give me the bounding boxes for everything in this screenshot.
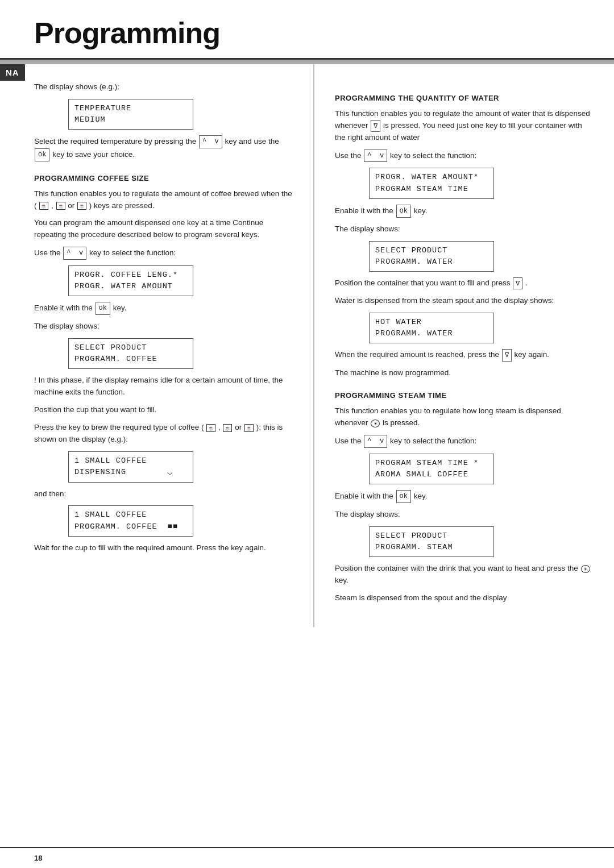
steam-time-p1: This function enables you to regulate ho… (335, 405, 594, 429)
nav-key-1[interactable]: ^ v (63, 247, 86, 260)
page: Programming NA The display shows (e.g.):… (0, 0, 614, 868)
caret-up-down-key[interactable]: ^ v (199, 135, 222, 148)
use-key-para: Use the ^ v key to select the function: (34, 247, 293, 260)
machine-programmed: The machine is now programmed. (335, 367, 594, 379)
lcd-steam-select-line2: PROGRAMM. STEAM (375, 542, 488, 553)
display-shows-1: The display shows: (34, 321, 293, 333)
ok-key-steam[interactable]: ok (396, 490, 411, 503)
when-required-para: When the required amount is reached, pre… (335, 349, 594, 361)
use-key-right-text: Use the (335, 151, 362, 160)
water-dispense-icon: ∇ (371, 120, 380, 132)
select-temp-text3: key to save your choice. (52, 150, 135, 159)
lcd-temperature: TEMPERATURE MEDIUM (68, 99, 193, 130)
coffee-small-icon: ☕ (39, 202, 48, 210)
header: Programming (0, 0, 614, 60)
lcd-dispensing-line1: 1 SMALL COFFEE (74, 455, 187, 467)
coffee-size-p1-text: This function enables you to regulate th… (34, 189, 292, 210)
position-steam-text: Position the container with the drink th… (335, 564, 578, 572)
lcd-hot-water: HOT WATER PROGRAMM. WATER (369, 313, 494, 344)
water-key-icon-2: ∇ (502, 349, 512, 361)
enable-text2: key. (113, 304, 127, 312)
coffee-size-p1-end: ) keys are pressed. (89, 201, 155, 210)
select-temp-text2: key and use the (225, 137, 279, 146)
water-qty-p1: This function enables you to regulate th… (335, 108, 594, 144)
steam-dispensed: Steam is dispensed from the spout and th… (335, 592, 594, 604)
lcd-steam-select-line1: SELECT PRODUCT (375, 530, 488, 542)
left-column: The display shows (e.g.): TEMPERATURE ME… (0, 64, 313, 627)
position-container-text: Position the container that you want to … (335, 279, 510, 287)
lcd-select-water-line1: SELECT PRODUCT (375, 245, 488, 256)
lcd-hot-water-line2: PROGRAMM. WATER (375, 328, 488, 339)
ok-key-2[interactable]: ok (96, 302, 110, 315)
lcd-select-line1: SELECT PRODUCT (74, 342, 187, 354)
na-badge: NA (0, 64, 25, 81)
use-key-steam-text2: key to select the function: (390, 437, 476, 445)
lcd-select-line2: PROGRAMM. COFFEE (74, 354, 187, 365)
content-area: The display shows (e.g.): TEMPERATURE ME… (0, 64, 614, 627)
nav-key-steam[interactable]: ^ v (364, 435, 387, 448)
position-cup: Position the cup that you want to fill. (34, 404, 293, 416)
footer: 18 (0, 847, 614, 868)
lcd-line-1: TEMPERATURE (74, 103, 187, 114)
right-column: PROGRAMMING THE QUANTITY OF WATER This f… (313, 64, 614, 627)
lcd-progr-line2: PROGR. WATER AMOUNT (74, 281, 187, 292)
enable-right-text: Enable it with the (335, 206, 393, 215)
enable-key-para: Enable it with the ok key. (34, 302, 293, 315)
use-key-right-text2: key to select the function: (390, 151, 476, 160)
enable-right-text2: key. (414, 206, 428, 215)
nav-key-right[interactable]: ^ v (364, 149, 387, 163)
enable-text: Enable it with the (34, 304, 93, 312)
lcd-water-line1: PROGR. WATER AMOUNT* (375, 172, 488, 183)
lcd-hot-water-line1: HOT WATER (375, 317, 488, 328)
lcd-progr-coffee: PROGR. COFFEE LENG.* PROGR. WATER AMOUNT (68, 265, 193, 297)
press-medium-icon: ☕ (223, 424, 232, 432)
lcd-select-steam: SELECT PRODUCT PROGRAMM. STEAM (369, 526, 494, 558)
use-key-steam-text: Use the (335, 437, 362, 445)
coffee-size-p2: You can program the amount dispensed one… (34, 217, 293, 241)
position-steam-para: Position the container with the drink th… (335, 563, 594, 587)
lcd-water-amount: PROGR. WATER AMOUNT* PROGRAM STEAM TIME (369, 168, 494, 199)
press-small-icon: ☕ (206, 424, 215, 432)
enable-steam-text2: key. (414, 492, 428, 500)
position-container-para: Position the container that you want to … (335, 277, 594, 289)
when-end: key again. (514, 351, 549, 359)
lcd-prog-coffee-line1: 1 SMALL COFFEE (74, 509, 187, 521)
footer-page-number: 18 (34, 854, 42, 862)
steam-press-icon: ☀ (581, 565, 590, 573)
and-then: and then: (34, 488, 293, 500)
coffee-medium-icon: ☕ (56, 202, 65, 210)
press-key-text: Press the key to brew the required type … (34, 423, 204, 431)
lcd-program-steam: PROGRAM STEAM TIME * AROMA SMALL COFFEE (369, 454, 494, 485)
press-large-icon: ☕ (244, 424, 254, 432)
lcd-select-coffee: SELECT PRODUCT PROGRAMM. COFFEE (68, 338, 193, 369)
press-key-or: or (235, 423, 242, 431)
select-temp-text: Select the required temperature by press… (34, 137, 196, 146)
ok-key-right[interactable]: ok (396, 205, 411, 218)
lcd-select-water-line2: PROGRAMM. WATER (375, 256, 488, 268)
lcd-steam-line1: PROGRAM STEAM TIME * (375, 458, 488, 469)
lcd-progr-line1: PROGR. COFFEE LENG.* (74, 269, 187, 281)
lcd-dispensing-line2: DISPENSING ◡ (74, 467, 187, 478)
lcd-water-line2: PROGRAM STEAM TIME (375, 184, 488, 195)
use-key-text: Use the (34, 248, 61, 257)
lcd-programm-coffee: 1 SMALL COFFEE PROGRAMM. COFFEE ■■ (68, 505, 193, 537)
use-key-steam-para: Use the ^ v key to select the function: (335, 435, 594, 448)
position-steam-end: key. (335, 576, 349, 584)
when-required-text: When the required amount is reached, pre… (335, 351, 499, 359)
use-key-right-para: Use the ^ v key to select the function: (335, 149, 594, 163)
water-key-icon: ∇ (513, 277, 522, 289)
section-coffee-size-heading: PROGRAMMING COFFEE SIZE (34, 174, 293, 182)
lcd-select-water: SELECT PRODUCT PROGRAMM. WATER (369, 241, 494, 272)
display-shows-steam: The display shows: (335, 509, 594, 521)
enable-steam-para: Enable it with the ok key. (335, 490, 594, 503)
steam-time-text: This function enables you to regulate ho… (335, 406, 561, 427)
note-text: ! In this phase, if the display remains … (34, 375, 293, 398)
steam-time-end: is pressed. (383, 418, 420, 427)
select-temp-paragraph: Select the required temperature by press… (34, 135, 293, 161)
position-end: . (525, 279, 528, 287)
press-key-para: Press the key to brew the required type … (34, 422, 293, 446)
use-key-text2: key to select the function: (89, 248, 176, 257)
page-title: Programming (34, 16, 580, 50)
enable-right-para: Enable it with the ok key. (335, 205, 594, 218)
ok-key-1[interactable]: ok (35, 148, 49, 161)
